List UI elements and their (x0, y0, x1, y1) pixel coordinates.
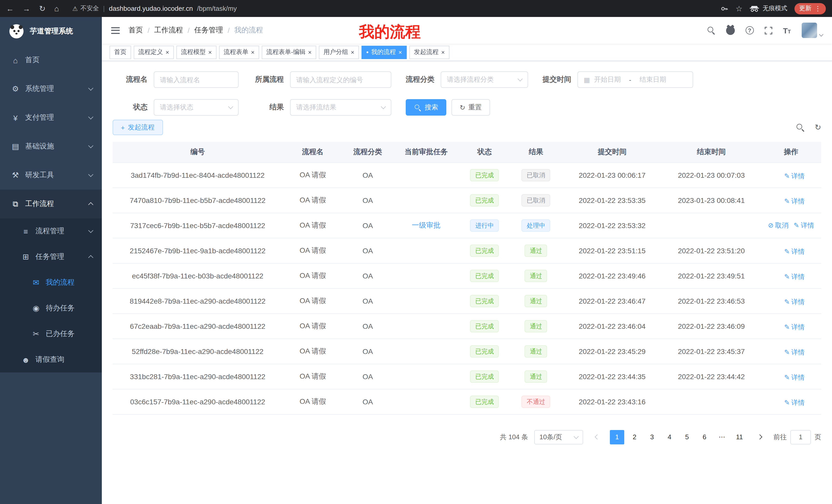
detail-link[interactable]: ✎详情 (794, 221, 814, 230)
result-badge: 通过 (525, 345, 547, 357)
user-menu[interactable] (802, 23, 823, 38)
sidebar-item[interactable]: ▤ 基础设施 (0, 132, 102, 161)
tab[interactable]: 流程表单 × (219, 46, 259, 59)
total-count: 共 104 条 (500, 432, 528, 442)
detail-link[interactable]: ✎详情 (784, 398, 805, 407)
close-icon[interactable]: × (398, 49, 402, 55)
tab[interactable]: 流程定义 × (134, 46, 174, 59)
sidebar-item[interactable]: ⧉ 工作流程 (0, 190, 102, 218)
definition-input[interactable] (296, 76, 385, 83)
cell-category: OA (343, 339, 393, 364)
result-label: 结果 (253, 103, 284, 112)
close-icon[interactable]: × (441, 49, 445, 55)
submit-time-label: 提交时间 (543, 75, 571, 84)
search-icon[interactable] (707, 26, 715, 34)
name-input[interactable] (160, 76, 232, 83)
toggle-search-icon[interactable] (797, 123, 805, 131)
browser-reload-icon[interactable]: ↻ (39, 4, 46, 13)
cell-actions: ⊘取消 ✎详情 (761, 213, 821, 238)
tab[interactable]: 流程模型 × (176, 46, 216, 59)
page-size-select[interactable]: 10条/页 (534, 430, 583, 444)
help-icon[interactable]: ? (745, 26, 754, 34)
bookmark-star-icon[interactable]: ☆ (735, 4, 743, 13)
page-button[interactable]: 3 (645, 430, 659, 444)
breadcrumb-item[interactable]: 任务管理 / (194, 26, 234, 35)
date-range-picker[interactable]: ▦ 开始日期 - 结束日期 (577, 72, 693, 88)
detail-link[interactable]: ✎详情 (784, 373, 805, 382)
sidebar-subitem[interactable]: ≡ 流程管理 (0, 218, 102, 244)
tab[interactable]: ● 我的流程 × (362, 46, 407, 59)
result-select[interactable]: 请选择流结果 (290, 99, 391, 116)
tab[interactable]: 发起流程 × (409, 46, 449, 59)
breadcrumb-item[interactable]: 我的流程 / (234, 26, 263, 35)
sidebar-subitem[interactable]: ◉ 待办任务 (0, 296, 102, 321)
detail-link[interactable]: ✎详情 (784, 247, 805, 256)
password-key-icon[interactable] (720, 4, 728, 12)
cell-actions: ✎详情 (761, 313, 821, 339)
page-button[interactable]: 5 (680, 430, 694, 444)
hamburger-icon[interactable] (111, 27, 120, 34)
sidebar-item[interactable]: ⌂ 首页 (0, 46, 102, 75)
name-input-wrap (154, 72, 239, 88)
breadcrumb-item[interactable]: 工作流程 / (154, 26, 194, 35)
page-button[interactable]: 4 (662, 430, 677, 444)
sidebar-item[interactable]: ⚒ 研发工具 (0, 161, 102, 190)
page-button[interactable]: 6 (697, 430, 712, 444)
cell-submit-time: 2022-01-22 23:44:35 (563, 364, 662, 389)
sidebar-item[interactable]: ⚙ 系统管理 (0, 75, 102, 103)
detail-link[interactable]: ✎详情 (784, 171, 805, 180)
page-button[interactable]: 1 (610, 430, 624, 444)
app-logo[interactable]: 芋道管理系统 (0, 17, 102, 46)
detail-link[interactable]: ✎详情 (784, 323, 805, 332)
sidebar-subitem[interactable]: ⊞ 任务管理 (0, 244, 102, 270)
cell-submit-time: 2022-01-22 23:49:46 (563, 263, 662, 288)
sidebar-subitem[interactable]: ✉ 我的流程 (0, 270, 102, 296)
table-row: 67c2eaab-7b9a-11ec-a290-acde48001122 OA … (113, 313, 821, 339)
avatar[interactable] (802, 23, 817, 38)
refresh-table-icon[interactable]: ↻ (815, 123, 821, 132)
detail-link[interactable]: ✎详情 (784, 197, 805, 206)
page-button[interactable]: ⋯ (715, 430, 729, 444)
chevron-down-icon (228, 104, 233, 109)
tab[interactable]: 首页 (109, 46, 131, 59)
search-button[interactable]: 搜索 (406, 99, 446, 116)
sidebar-subitem[interactable]: ☻ 请假查询 (0, 347, 102, 372)
github-icon[interactable] (726, 26, 734, 35)
close-icon[interactable]: × (251, 49, 255, 55)
tab[interactable]: 用户分组 × (319, 46, 359, 59)
close-icon[interactable]: × (165, 49, 169, 55)
detail-link[interactable]: ✎详情 (784, 297, 805, 306)
process-table-wrap: 编号 流程名 流程分类 当前审批任务 状态 结果 提交时间 结束时间 操作 (102, 142, 832, 414)
tab[interactable]: 流程表单-编辑 × (262, 46, 316, 59)
sidebar-subitem[interactable]: ✂ 已办任务 (0, 321, 102, 347)
task-link[interactable]: 一级审批 (412, 221, 441, 229)
browser-forward-icon[interactable]: → (23, 4, 30, 13)
reset-button[interactable]: ↻ 重置 (451, 99, 490, 116)
font-size-icon[interactable] (783, 26, 791, 34)
close-icon[interactable]: × (308, 49, 312, 55)
next-page-button[interactable] (753, 430, 767, 444)
browser-menu-icon[interactable]: ⋮ (814, 5, 821, 12)
status-select[interactable]: 请选择状态 (154, 99, 239, 116)
close-icon[interactable]: × (208, 49, 212, 55)
cancel-link[interactable]: ⊘取消 (768, 221, 788, 230)
page-button[interactable]: 11 (732, 430, 747, 444)
browser-back-icon[interactable]: ← (6, 4, 14, 13)
detail-link[interactable]: ✎详情 (784, 272, 805, 281)
browser-home-icon[interactable]: ⌂ (54, 4, 59, 13)
detail-link[interactable]: ✎详情 (784, 347, 805, 357)
prev-page-button[interactable] (589, 430, 604, 444)
cell-result: 通过 (509, 313, 563, 339)
jump-page-input[interactable] (790, 430, 811, 444)
sidebar-item[interactable]: ¥ 支付管理 (0, 103, 102, 132)
cell-task: 一级审批 (393, 213, 460, 238)
fullscreen-icon[interactable] (764, 26, 772, 34)
page-button[interactable]: 2 (627, 430, 642, 444)
create-process-button[interactable]: + 发起流程 (113, 120, 163, 135)
address-bar[interactable]: ⚠ 不安全 | dashboard.yudao.iocoder.cn/bpm/t… (72, 4, 237, 13)
breadcrumb-item[interactable]: 首页 / (129, 26, 154, 35)
edit-pen-icon: ✎ (784, 399, 790, 407)
close-icon[interactable]: × (351, 49, 354, 55)
category-select[interactable]: 请选择流程分类 (441, 72, 528, 88)
browser-update-button[interactable]: 更新 ⋮ (795, 3, 826, 14)
